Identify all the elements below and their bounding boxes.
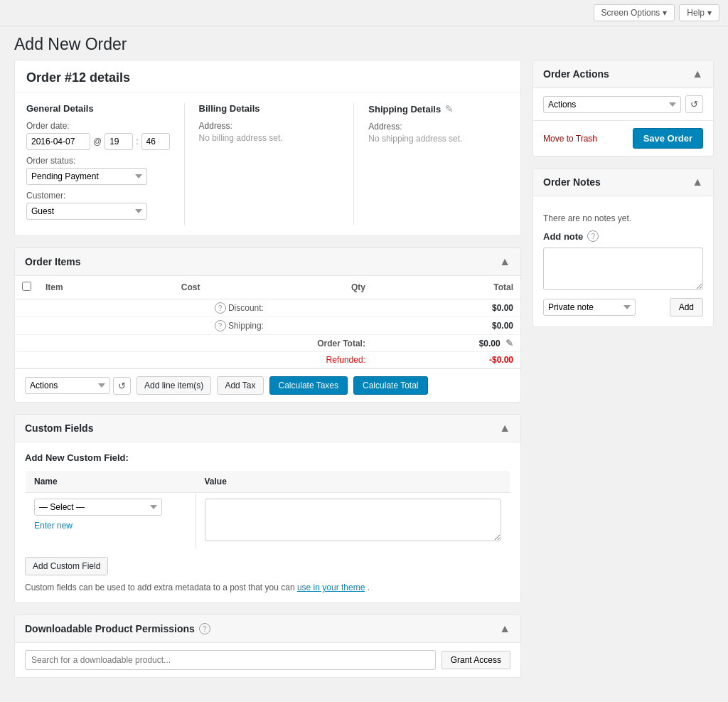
- discount-help-icon[interactable]: ?: [215, 302, 226, 314]
- custom-fields-panel: Custom Fields ▲ Add New Custom Field: Na…: [14, 414, 521, 603]
- order-notes-panel: Order Notes ▲ There are no notes yet. Ad…: [532, 168, 714, 327]
- no-notes-text: There are no notes yet.: [543, 206, 703, 230]
- cf-value-textarea[interactable]: [205, 499, 501, 541]
- order-items-body: ? Discount: $0.00 ? Shipping: $0.00: [15, 299, 520, 368]
- cf-value-header: Value: [196, 471, 510, 493]
- date-inputs: @ :: [26, 133, 170, 150]
- shipping-details-title: Shipping Details: [368, 104, 441, 115]
- shipping-edit-icon[interactable]: ✎: [445, 103, 454, 115]
- add-custom-field-button[interactable]: Add Custom Field: [25, 557, 108, 575]
- refresh-button[interactable]: ↺: [113, 377, 131, 395]
- cf-name-cell: — Select — Enter new: [26, 493, 196, 550]
- add-note-row: Add note ?: [543, 230, 703, 242]
- order-actions-footer: Move to Trash Save Order: [533, 120, 713, 156]
- add-tax-button[interactable]: Add Tax: [217, 376, 263, 395]
- calculate-total-button[interactable]: Calculate Total: [353, 376, 428, 395]
- order-items-panel: Order Items ▲ Item Cost Qty Total: [14, 248, 521, 403]
- enter-new-link[interactable]: Enter new: [34, 521, 73, 531]
- shipping-row: ? Shipping: $0.00: [15, 317, 520, 335]
- cf-name-header: Name: [26, 471, 196, 493]
- order-items-actions-select[interactable]: Actions: [25, 377, 110, 394]
- grant-access-button[interactable]: Grant Access: [441, 651, 510, 669]
- help-label: Help: [687, 8, 705, 18]
- add-note-help-icon[interactable]: ?: [587, 230, 599, 242]
- cf-value-cell: [196, 493, 510, 550]
- order-notes-body: There are no notes yet. Add note ? Priva…: [533, 196, 713, 326]
- billing-address-label: Address:: [199, 121, 340, 131]
- add-note-button[interactable]: Add: [670, 298, 703, 317]
- chevron-down-icon: ▾: [707, 8, 712, 18]
- order-status-field: Order status: Pending Payment: [26, 156, 170, 185]
- sidebar-column: Order Actions ▲ Actions ↺ Move to Trash …: [532, 60, 714, 327]
- discount-value: $0.00: [373, 299, 520, 317]
- chevron-down-icon: ▾: [663, 8, 667, 18]
- downloadable-toggle[interactable]: ▲: [499, 622, 510, 635]
- general-details-header: General Details: [26, 103, 170, 114]
- order-status-label: Order status:: [26, 156, 170, 166]
- discount-label: Discount:: [228, 303, 264, 313]
- order-items-footer: Actions ↺ Add line item(s) Add Tax Calcu…: [15, 368, 520, 402]
- order-actions-refresh[interactable]: ↺: [685, 95, 703, 113]
- order-items-title: Order Items: [25, 256, 81, 267]
- downloadable-help-icon[interactable]: ?: [199, 623, 210, 634]
- add-cf-btn-wrap: Add Custom Field: [25, 557, 510, 575]
- time-separator: :: [136, 137, 138, 147]
- order-date-input[interactable]: [26, 133, 90, 150]
- note-type-select[interactable]: Private note: [543, 299, 636, 316]
- cf-name-select[interactable]: — Select —: [34, 499, 162, 516]
- main-column: Order #12 details General Details Order …: [14, 60, 521, 678]
- order-details-title: Order #12 details: [15, 60, 520, 93]
- order-total-edit-icon[interactable]: ✎: [505, 338, 513, 349]
- add-new-cf-text: Add New Custom Field:: [25, 452, 129, 463]
- item-col-header: Item: [38, 276, 121, 299]
- shipping-label: Shipping:: [228, 321, 264, 331]
- add-line-items-button[interactable]: Add line item(s): [136, 376, 211, 395]
- order-actions-select[interactable]: Actions: [543, 96, 681, 113]
- shipping-value: $0.00: [373, 317, 520, 335]
- order-total-value-cell: $0.00 ✎: [373, 335, 520, 352]
- order-actions-row: Actions ↺: [533, 88, 713, 120]
- order-actions-header: Order Actions ▲: [533, 60, 713, 88]
- shipping-details-col: Shipping Details ✎ Address: No shipping …: [354, 103, 509, 225]
- select-name-wrap: — Select —: [34, 499, 187, 516]
- billing-details-col: Billing Details Address: No billing addr…: [185, 103, 355, 225]
- customer-select[interactable]: Guest: [26, 203, 147, 220]
- shipping-address-value: No shipping address set.: [368, 134, 509, 144]
- move-to-trash-link[interactable]: Move to Trash: [543, 134, 597, 144]
- order-actions-panel: Order Actions ▲ Actions ↺ Move to Trash …: [532, 60, 714, 156]
- shipping-help-icon[interactable]: ?: [215, 320, 226, 331]
- screen-options-button[interactable]: Screen Options ▾: [594, 4, 675, 21]
- cf-footer-text: Custom fields can be used to add extra m…: [25, 583, 295, 592]
- download-search-row: Grant Access: [15, 643, 520, 677]
- order-notes-toggle[interactable]: ▲: [692, 176, 703, 188]
- download-search-input[interactable]: [25, 650, 436, 670]
- main-layout: Order #12 details General Details Order …: [0, 60, 728, 692]
- order-items-toggle[interactable]: ▲: [499, 255, 510, 268]
- cf-input-row: — Select — Enter new: [26, 493, 510, 550]
- order-date-label: Order date:: [26, 121, 170, 131]
- cf-use-in-theme-link[interactable]: use in your theme: [297, 583, 365, 592]
- order-notes-title: Order Notes: [543, 176, 601, 188]
- order-status-select[interactable]: Pending Payment: [26, 168, 147, 185]
- calculate-taxes-button[interactable]: Calculate Taxes: [269, 376, 348, 395]
- qty-col-header: Qty: [208, 276, 373, 299]
- cf-footer-end: .: [368, 583, 370, 592]
- order-time-minute[interactable]: [141, 133, 170, 150]
- refunded-value: -$0.00: [373, 352, 520, 368]
- order-time-hour[interactable]: [105, 133, 133, 150]
- order-total-value: $0.00: [479, 339, 500, 349]
- order-total-label: Order Total:: [208, 335, 373, 352]
- custom-fields-header: Custom Fields ▲: [15, 415, 520, 442]
- save-order-button[interactable]: Save Order: [633, 128, 703, 149]
- downloadable-header: Downloadable Product Permissions ? ▲: [15, 615, 520, 643]
- note-textarea[interactable]: [543, 248, 703, 290]
- order-actions-toggle[interactable]: ▲: [692, 68, 703, 80]
- help-button[interactable]: Help ▾: [679, 4, 719, 21]
- order-details-panel: Order #12 details General Details Order …: [14, 60, 521, 236]
- select-all-checkbox[interactable]: [22, 282, 31, 291]
- order-notes-header: Order Notes ▲: [533, 169, 713, 196]
- refunded-label: Refunded:: [208, 352, 373, 368]
- custom-fields-toggle[interactable]: ▲: [499, 422, 510, 435]
- billing-details-title: Billing Details: [199, 103, 260, 114]
- note-footer: Private note Add: [543, 298, 703, 317]
